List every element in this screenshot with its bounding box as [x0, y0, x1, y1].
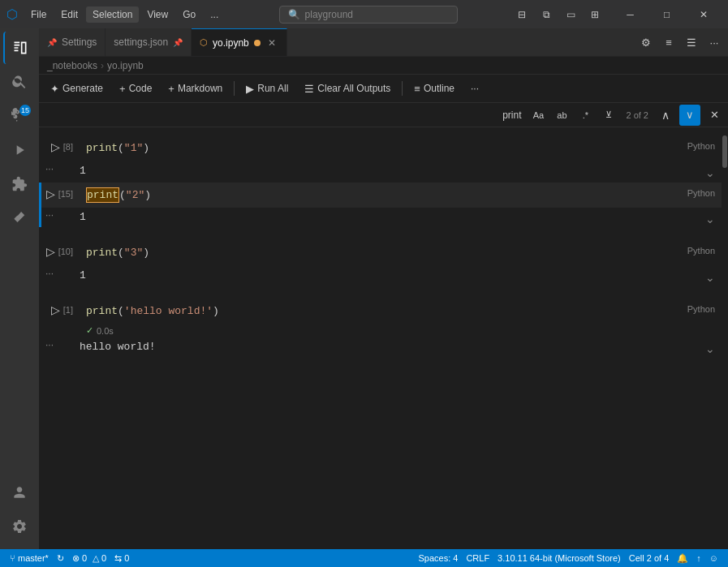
- status-cell-position[interactable]: Cell 2 of 4: [626, 553, 673, 564]
- variables-icon[interactable]: ≡: [658, 32, 679, 53]
- find-prev-icon[interactable]: ∧: [655, 105, 676, 126]
- content-and-scrollbar: ▷ [8] print("1") Python ···: [39, 127, 728, 549]
- cell-run-3[interactable]: ▷: [46, 245, 55, 258]
- split-editor-icon[interactable]: ⧉: [536, 4, 557, 25]
- activity-run[interactable]: [3, 134, 36, 166]
- status-feedback[interactable]: ☺: [706, 553, 722, 564]
- print-kw-4: print: [86, 305, 118, 317]
- run-all-button[interactable]: ▶ Run All: [239, 80, 295, 97]
- cell-3-code: print("3"): [80, 242, 687, 264]
- editor-layout-icon[interactable]: ⊞: [584, 4, 605, 25]
- cell-3-gutter: ▷ [10]: [39, 242, 80, 261]
- tab-notebook[interactable]: ⬡ yo.ipynb ✕: [192, 28, 287, 56]
- activity-extensions[interactable]: [3, 168, 36, 200]
- minimize-button[interactable]: ─: [612, 0, 648, 28]
- status-spaces[interactable]: Spaces: 4: [415, 553, 461, 564]
- source-control-badge: 15: [19, 105, 31, 116]
- breadcrumb-file[interactable]: yo.ipynb: [107, 60, 144, 71]
- status-share[interactable]: ↑: [693, 553, 704, 564]
- status-git-branch[interactable]: ⑂ master*: [6, 553, 52, 564]
- cell-run-1[interactable]: ▷: [51, 140, 60, 153]
- git-icon: ⑂: [10, 553, 15, 563]
- cell-run-4[interactable]: ▷: [51, 303, 60, 316]
- maximize-button[interactable]: □: [648, 0, 685, 28]
- status-eol[interactable]: CRLF: [463, 553, 493, 564]
- ports-icon: ⇆: [114, 553, 122, 564]
- find-next-icon[interactable]: ∨: [679, 105, 700, 126]
- activity-accounts[interactable]: [3, 476, 36, 509]
- cell-4-output-expand[interactable]: ⌄: [705, 339, 722, 355]
- vertical-scrollbar[interactable]: [722, 127, 728, 549]
- tab-bar: 📌 Settings settings.json 📌 ⬡ yo.ipynb ✕ …: [39, 28, 728, 57]
- more-actions-icon[interactable]: ···: [704, 32, 725, 53]
- cell-3-output-expand[interactable]: ⌄: [705, 268, 722, 284]
- menu-view[interactable]: View: [140, 6, 174, 23]
- str-2: "2": [126, 189, 144, 201]
- activity-search[interactable]: [3, 66, 36, 98]
- table-of-contents-icon[interactable]: ☰: [681, 32, 702, 53]
- layout-icon[interactable]: ⊟: [511, 4, 532, 25]
- menu-go[interactable]: Go: [176, 6, 202, 23]
- cell-2-output-expand[interactable]: ⌄: [705, 209, 722, 226]
- search-text: playground: [305, 9, 353, 20]
- activity-source-control[interactable]: 15: [3, 100, 36, 132]
- filter-icon[interactable]: ⊻: [598, 105, 619, 126]
- print-kw-3: print: [86, 247, 118, 259]
- clear-outputs-label: Clear All Outputs: [317, 83, 390, 94]
- main-layout: 15 📌 Settings settings: [0, 28, 728, 549]
- cell-4-body: print('hello world!'): [80, 300, 687, 323]
- cell-1-output-expand[interactable]: ⌄: [705, 163, 722, 179]
- tab-notebook-icon: ⬡: [200, 37, 208, 48]
- activity-settings[interactable]: [3, 510, 36, 543]
- menu-file[interactable]: File: [24, 6, 53, 23]
- outline-icon: ≡: [414, 83, 420, 95]
- activity-bottom: [3, 476, 36, 549]
- add-markdown-button[interactable]: + Markdown: [162, 80, 229, 97]
- cell-2-number: [15]: [58, 189, 73, 199]
- cell-1-output-content: 1: [80, 163, 705, 178]
- activity-explorer[interactable]: [3, 32, 36, 64]
- lang-version-label: 3.10.11 64-bit (Microsoft Store): [498, 553, 621, 563]
- output-ellipsis-3[interactable]: ···: [42, 268, 57, 279]
- print-kw-2-highlighted: print: [86, 187, 119, 203]
- clear-outputs-button[interactable]: ☰ Clear All Outputs: [298, 80, 397, 97]
- cell-3-output-row: ··· 1 ⌄: [39, 266, 722, 286]
- activity-testing[interactable]: [3, 202, 36, 234]
- breadcrumb-notebooks[interactable]: _notebooks: [47, 60, 97, 71]
- status-ports[interactable]: ⇆ 0: [111, 553, 132, 564]
- panel-icon[interactable]: ▭: [560, 4, 581, 25]
- activity-bar: 15: [0, 28, 39, 549]
- tab-settings[interactable]: 📌 Settings: [39, 28, 106, 56]
- outline-button[interactable]: ≡ Outline: [407, 80, 461, 97]
- status-notifications[interactable]: 🔔: [674, 553, 691, 564]
- scrollbar-thumb[interactable]: [722, 135, 727, 168]
- add-code-button[interactable]: + Code: [113, 80, 158, 97]
- menu-edit[interactable]: Edit: [54, 6, 84, 23]
- more-toolbar-icon[interactable]: ···: [464, 80, 485, 97]
- breadcrumb-sep: ›: [101, 60, 104, 71]
- regex-icon[interactable]: .*: [575, 105, 596, 126]
- tab-close-icon[interactable]: ✕: [265, 37, 278, 49]
- output-ellipsis-1[interactable]: ···: [42, 163, 57, 174]
- clear-icon: ☰: [304, 83, 314, 95]
- match-case-icon[interactable]: Aa: [528, 105, 549, 126]
- status-sync[interactable]: ↻: [54, 553, 67, 564]
- status-errors[interactable]: ⊗ 0 △ 0: [69, 553, 110, 564]
- status-lang-version[interactable]: 3.10.11 64-bit (Microsoft Store): [494, 553, 624, 564]
- output-ellipsis-2[interactable]: ···: [42, 209, 57, 221]
- output-ellipsis-4[interactable]: ···: [42, 339, 57, 350]
- cell-run-2[interactable]: ▷: [46, 187, 55, 200]
- cell-2-code-row: ▷ [15] print("2") Python: [39, 183, 722, 208]
- sparkle-icon: ✦: [50, 83, 59, 95]
- toolbar-separator: [234, 81, 235, 96]
- notebook-content[interactable]: ▷ [8] print("1") Python ···: [39, 127, 722, 549]
- close-button[interactable]: ✕: [685, 0, 722, 28]
- menu-more[interactable]: ...: [204, 6, 225, 23]
- menu-selection[interactable]: Selection: [86, 6, 139, 23]
- tab-settings-json[interactable]: settings.json 📌: [106, 28, 192, 56]
- notebook-settings-icon[interactable]: ⚙: [635, 32, 657, 53]
- generate-button[interactable]: ✦ Generate: [44, 80, 110, 97]
- cell-2: ▷ [15] print("2") Python ···: [39, 183, 722, 228]
- whole-word-icon[interactable]: ab: [551, 105, 572, 126]
- find-close-icon[interactable]: ✕: [704, 105, 725, 126]
